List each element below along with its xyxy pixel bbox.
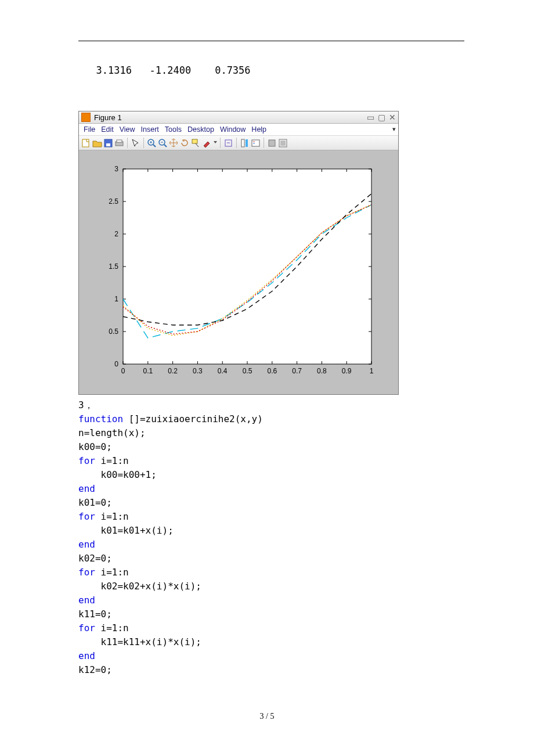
minimize-icon[interactable]: ▭ (367, 113, 374, 122)
figure-title: Figure 1 (94, 113, 122, 122)
window-controls: ▭ ▢ ✕ (367, 113, 396, 122)
menubar: File Edit View Insert Tools Desktop Wind… (79, 124, 398, 136)
toolbar-separator (264, 138, 264, 148)
code-block: 3， function []=zuixiaoercinihe2(x,y) n=l… (78, 398, 464, 677)
close-icon[interactable]: ✕ (389, 113, 396, 122)
ytick-label: 2 (114, 230, 118, 238)
toolbar-separator (127, 138, 128, 148)
save-icon[interactable] (103, 138, 113, 148)
menu-overflow-icon[interactable]: ▾ (392, 125, 396, 133)
menu-insert[interactable]: Insert (141, 125, 159, 134)
menu-edit[interactable]: Edit (101, 125, 114, 134)
menu-help[interactable]: Help (251, 125, 266, 134)
dropdown-icon[interactable] (213, 138, 217, 148)
xtick-label: 0.2 (168, 367, 178, 375)
toolbar-separator (143, 138, 144, 148)
svg-rect-0 (82, 139, 89, 147)
output-numbers: 3.1316 -1.2400 0.7356 (84, 64, 464, 76)
svg-rect-19 (269, 140, 275, 146)
menu-tools[interactable]: Tools (165, 125, 182, 134)
insert-legend-icon[interactable] (251, 138, 261, 148)
xtick-label: 0 (121, 367, 125, 375)
new-icon[interactable] (81, 138, 91, 148)
svg-line-10 (164, 145, 167, 147)
rotate-icon[interactable] (180, 138, 190, 148)
figure-window: Figure 1 ▭ ▢ ✕ File Edit View Insert Too… (78, 111, 399, 395)
code-body: function []=zuixiaoercinihe2(x,y) n=leng… (78, 413, 263, 675)
pan-icon[interactable] (169, 138, 179, 148)
titlebar[interactable]: Figure 1 ▭ ▢ ✕ (79, 111, 398, 124)
ytick-label: 1.5 (109, 262, 118, 271)
insert-colorbar-icon[interactable] (240, 138, 250, 148)
chart: 00.10.20.30.40.50.60.70.80.9100.511.522.… (95, 162, 382, 383)
svg-rect-21 (280, 141, 286, 146)
data-cursor-icon[interactable] (191, 138, 201, 148)
brush-icon[interactable] (202, 138, 212, 148)
xtick-label: 0.9 (342, 367, 352, 375)
svg-rect-15 (246, 139, 248, 147)
svg-rect-2 (106, 143, 110, 146)
xtick-label: 0.7 (292, 367, 302, 375)
xtick-label: 0.1 (143, 367, 153, 375)
ytick-label: 0.5 (109, 327, 118, 336)
menu-desktop[interactable]: Desktop (187, 125, 214, 134)
show-plot-tools-icon[interactable] (278, 138, 288, 148)
svg-line-6 (153, 145, 156, 147)
maximize-icon[interactable]: ▢ (378, 113, 385, 122)
xtick-label: 0.3 (193, 367, 203, 375)
menu-window[interactable]: Window (220, 125, 246, 134)
header-rule (78, 41, 464, 41)
xtick-label: 0.6 (267, 367, 277, 375)
document-page: 3.1316 -1.2400 0.7356 Figure 1 ▭ ▢ ✕ Fil… (0, 0, 534, 756)
zoom-out-icon[interactable] (158, 138, 168, 148)
ytick-label: 2.5 (109, 197, 118, 206)
ytick-label: 3 (114, 165, 118, 173)
ytick-label: 0 (114, 360, 118, 368)
menu-view[interactable]: View (120, 125, 135, 134)
code-label: 3， (78, 399, 93, 411)
svg-rect-12 (192, 139, 197, 143)
zoom-in-icon[interactable] (147, 138, 157, 148)
ytick-label: 1 (114, 295, 118, 303)
print-icon[interactable] (114, 138, 124, 148)
toolbar-separator (236, 138, 237, 148)
xtick-label: 1 (370, 367, 374, 375)
open-icon[interactable] (92, 138, 102, 148)
matlab-icon (81, 113, 91, 122)
xtick-label: 0.8 (317, 367, 327, 375)
xtick-label: 0.5 (243, 367, 252, 375)
menu-file[interactable]: File (84, 125, 95, 134)
plot-area: 00.10.20.30.40.50.60.70.80.9100.511.522.… (79, 150, 398, 394)
svg-rect-14 (241, 139, 244, 147)
pointer-icon[interactable] (131, 138, 140, 148)
svg-rect-4 (117, 140, 122, 142)
link-icon[interactable] (223, 138, 233, 148)
toolbar (79, 136, 398, 150)
hide-plot-tools-icon[interactable] (267, 138, 277, 148)
xtick-label: 0.4 (218, 367, 228, 375)
toolbar-separator (220, 138, 221, 148)
svg-rect-16 (252, 140, 259, 146)
page-number: 3 / 5 (0, 712, 534, 721)
